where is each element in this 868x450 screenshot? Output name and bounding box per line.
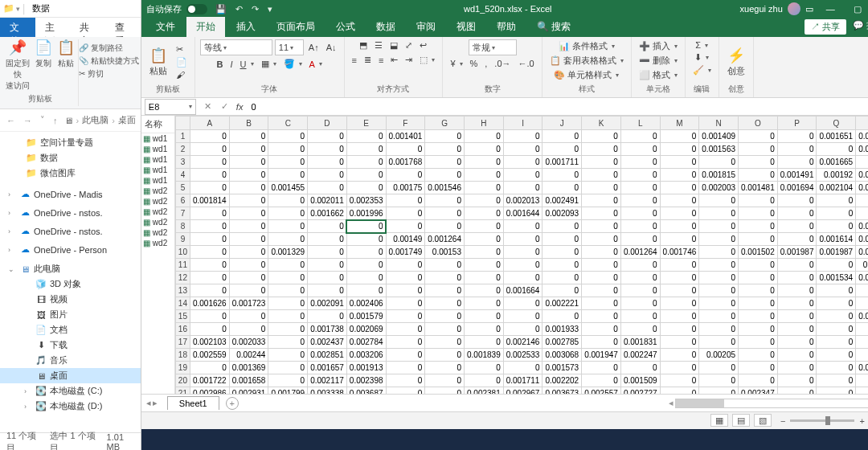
cell[interactable]: 0 xyxy=(817,143,856,156)
cell[interactable]: 0 xyxy=(817,349,856,362)
cell[interactable]: 0 xyxy=(268,297,308,310)
file-item[interactable]: ▦wd2 xyxy=(141,238,174,248)
cell[interactable]: 0 xyxy=(386,220,425,233)
cell[interactable]: 0 xyxy=(817,259,856,272)
cell[interactable]: 0 xyxy=(229,259,268,272)
cell[interactable]: 0 xyxy=(582,220,621,233)
cell[interactable]: 0.001903 xyxy=(856,233,868,246)
cell[interactable]: 0 xyxy=(386,207,425,220)
cell[interactable]: 0.00168 xyxy=(856,259,868,272)
cell[interactable]: 0 xyxy=(620,272,660,284)
cell[interactable]: 0 xyxy=(346,143,386,156)
cell[interactable]: 0.003206 xyxy=(346,349,386,362)
cell[interactable]: 0 xyxy=(465,169,504,182)
cell[interactable]: 0 xyxy=(425,194,465,207)
cell[interactable]: 0 xyxy=(660,272,699,284)
cell[interactable]: 0.001614 xyxy=(817,233,856,246)
cell[interactable]: 0.001711 xyxy=(503,374,542,387)
cell[interactable]: 0 xyxy=(660,374,699,387)
cell[interactable]: 0.001369 xyxy=(229,362,268,374)
cell[interactable]: 0 xyxy=(308,143,347,156)
row-header[interactable]: 12 xyxy=(175,272,190,284)
cell[interactable]: 0 xyxy=(856,297,868,310)
cell[interactable]: 0 xyxy=(346,246,386,259)
cell[interactable]: 0 xyxy=(739,336,778,349)
cell[interactable]: 0 xyxy=(817,362,856,374)
copy-button[interactable]: 📄复制 xyxy=(35,39,52,92)
cell[interactable]: 0 xyxy=(465,362,504,374)
cell[interactable]: 0 xyxy=(817,297,856,310)
cell[interactable]: 0 xyxy=(268,143,308,156)
cell[interactable]: 0 xyxy=(229,130,268,143)
align-top-icon[interactable]: ⬒ xyxy=(357,39,370,51)
cell[interactable]: 0.002784 xyxy=(346,336,386,349)
delete-cells-button[interactable]: ➖ 删除▾ xyxy=(637,54,680,68)
file-item[interactable]: ▦wd2 xyxy=(141,196,174,207)
cell[interactable]: 0 xyxy=(190,207,229,220)
cell[interactable]: 0 xyxy=(660,156,699,169)
cell[interactable]: 0.002159 xyxy=(856,169,868,182)
file-item[interactable]: ▦wd1 xyxy=(141,154,174,165)
cell[interactable]: 0 xyxy=(582,194,621,207)
up-button[interactable]: ↑ xyxy=(51,116,59,125)
font-color-icon[interactable]: A▾ xyxy=(307,59,325,70)
cell[interactable]: 0.001563 xyxy=(699,143,739,156)
sheet-nav-last-icon[interactable]: ▸ xyxy=(153,398,158,408)
pin-to-quick-access-button[interactable]: 📌固定到快 速访问 xyxy=(5,39,30,92)
cell[interactable]: 0 xyxy=(777,272,817,284)
tab-home[interactable]: 开始 xyxy=(186,17,225,37)
cell[interactable]: 0 xyxy=(739,156,778,169)
cell[interactable]: 0 xyxy=(268,259,308,272)
cell[interactable]: 0 xyxy=(620,207,660,220)
cell[interactable]: 0 xyxy=(699,259,739,272)
cell[interactable]: 0 xyxy=(582,130,621,143)
cut-button[interactable]: ✂ 剪切 xyxy=(79,68,139,80)
cell[interactable]: 0 xyxy=(386,284,425,297)
cell[interactable]: 0 xyxy=(817,310,856,323)
cell[interactable]: 0 xyxy=(660,387,699,395)
cell[interactable]: 0.001491 xyxy=(777,169,817,182)
cell[interactable]: 0 xyxy=(229,169,268,182)
cell[interactable]: 0 xyxy=(739,310,778,323)
cell[interactable]: 0 xyxy=(582,336,621,349)
cell[interactable]: 0 xyxy=(425,362,465,374)
row-header[interactable]: 16 xyxy=(175,323,190,336)
tab-home[interactable]: 主页 xyxy=(35,18,71,37)
cell[interactable]: 0 xyxy=(425,336,465,349)
zoom-out-button[interactable]: − xyxy=(780,416,785,426)
column-header[interactable]: J xyxy=(542,117,582,130)
cell[interactable]: 0.001658 xyxy=(229,374,268,387)
cell[interactable]: 0.001852 xyxy=(856,143,868,156)
cell[interactable]: 0 xyxy=(190,182,229,194)
cell[interactable]: 0 xyxy=(542,246,582,259)
border-icon[interactable]: ▦▾ xyxy=(259,58,279,70)
cell[interactable]: 0 xyxy=(660,362,699,374)
file-item[interactable]: ▦wd2 xyxy=(141,207,174,217)
cell[interactable]: 0 xyxy=(465,374,504,387)
cell[interactable]: 0 xyxy=(817,387,856,395)
cell[interactable]: 0.002241 xyxy=(856,246,868,259)
cell[interactable]: 0 xyxy=(777,143,817,156)
maximize-button[interactable]: ▢ xyxy=(845,4,868,14)
cell[interactable]: 0 xyxy=(542,130,582,143)
cell[interactable]: 0 xyxy=(190,284,229,297)
cell[interactable]: 0 xyxy=(190,310,229,323)
cell[interactable]: 0 xyxy=(660,233,699,246)
tab-insert[interactable]: 插入 xyxy=(227,17,265,37)
column-header[interactable]: R xyxy=(856,117,868,130)
spreadsheet-grid[interactable]: ABCDEFGHIJKLMNOPQR1000000.00140100000000… xyxy=(175,116,868,394)
cell[interactable]: 0 xyxy=(503,143,542,156)
cell[interactable]: 0 xyxy=(346,233,386,246)
cell[interactable]: 0 xyxy=(777,130,817,143)
cell[interactable]: 0.001573 xyxy=(542,362,582,374)
tab-formula[interactable]: 公式 xyxy=(326,17,365,37)
cell[interactable]: 0 xyxy=(190,272,229,284)
fx-icon[interactable]: fx xyxy=(233,102,247,112)
file-item[interactable]: ▦wd2 xyxy=(141,227,174,238)
cell[interactable]: 0.001644 xyxy=(503,207,542,220)
cell[interactable]: 0 xyxy=(229,284,268,297)
cell[interactable]: 0 xyxy=(229,156,268,169)
cell[interactable]: 0 xyxy=(699,272,739,284)
cell[interactable]: 0.001409 xyxy=(699,130,739,143)
cell[interactable]: 0 xyxy=(699,207,739,220)
